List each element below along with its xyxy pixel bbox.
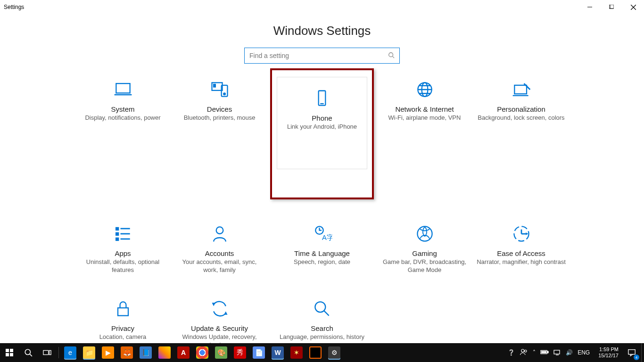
window-controls bbox=[579, 0, 644, 14]
svg-rect-40 bbox=[628, 350, 635, 354]
taskbar-app-explorer[interactable]: 📁 bbox=[80, 343, 99, 362]
action-center-button[interactable]: 4 bbox=[622, 343, 641, 362]
magnifier-icon bbox=[277, 297, 367, 321]
taskbar-app-edge[interactable]: e bbox=[61, 343, 80, 362]
laptop-icon bbox=[78, 78, 168, 101]
svg-point-8 bbox=[223, 93, 225, 95]
tile-desc: Link your Android, iPhone bbox=[279, 123, 365, 131]
tile-accounts[interactable]: Accounts Your accounts, email, sync, wor… bbox=[175, 222, 264, 274]
svg-marker-25 bbox=[224, 311, 227, 314]
taskbar-app-settings[interactable]: ⚙ bbox=[325, 343, 344, 362]
tile-title: Network & Internet bbox=[380, 105, 470, 113]
tile-desc: Bluetooth, printers, mouse bbox=[175, 114, 264, 122]
svg-rect-6 bbox=[214, 86, 215, 87]
tile-desc: Uninstall, defaults, optional features bbox=[78, 258, 168, 274]
tile-title: Accounts bbox=[175, 249, 264, 257]
taskbar-app-foxit[interactable]: 📄 bbox=[249, 343, 268, 362]
tile-phone-highlight: Phone Link your Android, iPhone bbox=[270, 68, 374, 199]
tile-search[interactable]: Search Language, permissions, history bbox=[277, 297, 367, 349]
tile-title: Gaming bbox=[380, 249, 470, 257]
svg-rect-39 bbox=[554, 350, 560, 354]
tile-desc: Game bar, DVR, broadcasting, Game Mode bbox=[380, 258, 470, 274]
taskbar: e 📁 ▶ 🦊 📘 A 🎨 秀 📄 W ✶ ⚙ ❔ ˄ 🔊 E bbox=[0, 343, 644, 362]
tile-title: Time & Language bbox=[277, 249, 367, 257]
minimize-button[interactable] bbox=[579, 0, 601, 14]
svg-marker-22 bbox=[526, 232, 528, 235]
tile-gaming[interactable]: Gaming Game bar, DVR, broadcasting, Game… bbox=[380, 222, 470, 274]
svg-rect-5 bbox=[214, 84, 215, 85]
svg-rect-32 bbox=[43, 351, 49, 355]
tile-time-language[interactable]: A字 Time & Language Speech, region, date bbox=[277, 222, 367, 274]
start-button[interactable] bbox=[0, 343, 19, 362]
tile-system[interactable]: System Display, notifications, power bbox=[78, 78, 168, 199]
taskbar-clock[interactable]: 1:59 PM 15/12/17 bbox=[594, 346, 622, 359]
svg-rect-15 bbox=[116, 233, 118, 235]
search-box[interactable] bbox=[244, 48, 400, 64]
svg-rect-13 bbox=[514, 85, 527, 94]
apps-list-icon bbox=[78, 222, 168, 246]
tray-network-icon[interactable] bbox=[553, 349, 561, 357]
clock-date: 15/12/17 bbox=[598, 353, 619, 359]
svg-text:A字: A字 bbox=[322, 234, 332, 241]
tile-privacy[interactable]: Privacy Location, camera bbox=[78, 297, 168, 349]
time-language-icon: A字 bbox=[277, 222, 367, 246]
svg-rect-38 bbox=[542, 351, 546, 353]
svg-rect-33 bbox=[50, 351, 51, 355]
page-title: Windows Settings bbox=[0, 24, 644, 38]
ease-of-access-icon bbox=[477, 222, 566, 246]
tile-desc: Wi-Fi, airplane mode, VPN bbox=[380, 114, 470, 122]
tile-apps[interactable]: Apps Uninstall, defaults, optional featu… bbox=[78, 222, 168, 274]
tile-desc: Background, lock screen, colors bbox=[477, 114, 566, 122]
tile-devices[interactable]: Devices Bluetooth, printers, mouse bbox=[175, 78, 264, 199]
tile-desc: Speech, region, date bbox=[277, 258, 367, 266]
tile-title: Personalization bbox=[477, 105, 566, 113]
tile-ease-of-access[interactable]: Ease of Access Narrator, magnifier, high… bbox=[477, 222, 566, 274]
taskbar-app-media[interactable]: ▶ bbox=[99, 343, 117, 362]
task-view-button[interactable] bbox=[38, 343, 57, 362]
svg-point-20 bbox=[417, 226, 432, 241]
tile-desc: Narrator, magnifier, high contrast bbox=[477, 258, 566, 266]
svg-marker-24 bbox=[212, 303, 215, 306]
app-title: Settings bbox=[4, 4, 24, 10]
tile-title: Apps bbox=[78, 249, 168, 257]
phone-icon bbox=[279, 87, 365, 110]
close-button[interactable] bbox=[622, 0, 644, 14]
svg-rect-37 bbox=[547, 351, 548, 353]
tray-battery-icon[interactable] bbox=[540, 349, 549, 356]
taskbar-app-paint[interactable]: 🎨 bbox=[212, 343, 231, 362]
notification-badge: 4 bbox=[634, 354, 639, 360]
tile-desc: Language, permissions, history bbox=[277, 333, 367, 341]
tile-update-security[interactable]: Update & Security Windows Update, recove… bbox=[175, 297, 264, 349]
person-icon bbox=[175, 222, 264, 246]
show-desktop-button[interactable] bbox=[641, 343, 644, 362]
tile-phone[interactable]: Phone Link your Android, iPhone bbox=[279, 87, 365, 131]
taskbar-app-dictionary[interactable]: 📘 bbox=[136, 343, 155, 362]
taskbar-app-adobe-reader[interactable]: A bbox=[174, 343, 193, 362]
taskbar-app-chrome[interactable] bbox=[193, 343, 212, 362]
tray-volume-icon[interactable]: 🔊 bbox=[566, 349, 573, 356]
taskbar-app-camera[interactable] bbox=[155, 343, 174, 362]
taskbar-app-loader[interactable] bbox=[306, 343, 325, 362]
devices-icon bbox=[175, 78, 264, 101]
taskbar-app-word[interactable]: W bbox=[268, 343, 287, 362]
maximize-button[interactable] bbox=[601, 0, 622, 14]
tray-language[interactable]: ENG bbox=[578, 349, 590, 356]
tile-title: Privacy bbox=[78, 324, 168, 332]
taskbar-app-firefox[interactable]: 🦊 bbox=[117, 343, 136, 362]
tray-people-icon[interactable] bbox=[520, 348, 528, 358]
settings-grid: System Display, notifications, power Dev… bbox=[77, 78, 567, 349]
tray-chevron-up-icon[interactable]: ˄ bbox=[533, 349, 536, 356]
svg-rect-14 bbox=[116, 228, 118, 230]
taskbar-app-xiu[interactable]: 秀 bbox=[231, 343, 249, 362]
tile-network[interactable]: Network & Internet Wi-Fi, airplane mode,… bbox=[380, 78, 470, 199]
taskbar-search-button[interactable] bbox=[19, 343, 38, 362]
svg-point-31 bbox=[25, 349, 30, 354]
sync-icon bbox=[175, 297, 264, 321]
search-input[interactable] bbox=[249, 52, 388, 59]
svg-rect-3 bbox=[116, 83, 130, 93]
tile-title: Update & Security bbox=[175, 324, 264, 332]
tile-personalization[interactable]: Personalization Background, lock screen,… bbox=[477, 78, 566, 199]
tray-help-icon[interactable]: ❔ bbox=[508, 349, 515, 356]
system-tray: ❔ ˄ 🔊 ENG bbox=[503, 348, 594, 358]
taskbar-app-red[interactable]: ✶ bbox=[287, 343, 306, 362]
